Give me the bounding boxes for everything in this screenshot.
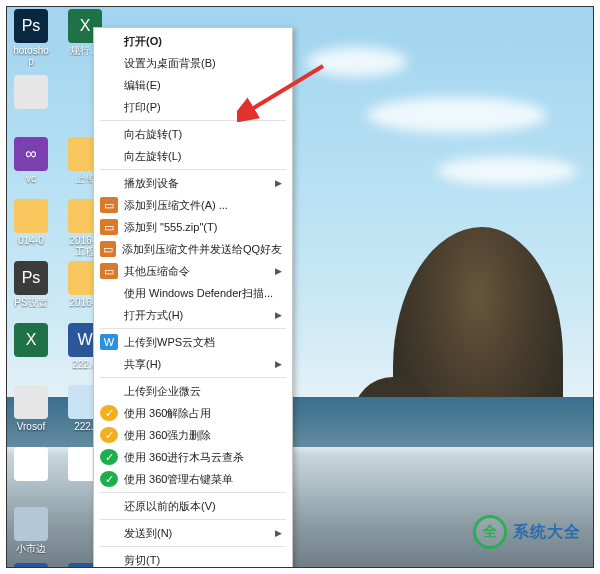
menu-item-label: 打开(O) xyxy=(124,34,162,49)
menu-item[interactable]: ✓使用 360管理右键菜单 xyxy=(94,468,292,490)
menu-item[interactable]: ▭添加到压缩文件(A) ... xyxy=(94,194,292,216)
menu-item[interactable]: 打开(O) xyxy=(94,30,292,52)
menu-item[interactable]: 发送到(N)▶ xyxy=(94,522,292,544)
blank-icon xyxy=(100,285,118,301)
menu-item[interactable]: W上传到WPS云文档 xyxy=(94,331,292,353)
desktop-icon-label: PS设置 xyxy=(11,297,51,308)
menu-item-label: 添加到 "555.zip"(T) xyxy=(124,220,217,235)
menu-item[interactable]: ✓使用 360强力删除 xyxy=(94,424,292,446)
desktop-icon-label: 小市边 xyxy=(11,543,51,554)
menu-item[interactable]: 打开方式(H)▶ xyxy=(94,304,292,326)
desktop-icon-glyph xyxy=(14,199,48,233)
desktop-icon-glyph xyxy=(14,507,48,541)
blank-icon xyxy=(100,77,118,93)
menu-separator xyxy=(100,377,286,378)
watermark-logo-text: 系统大全 xyxy=(513,522,581,543)
360g-icon: ✓ xyxy=(100,449,118,465)
menu-item[interactable]: ▭其他压缩命令▶ xyxy=(94,260,292,282)
menu-item[interactable]: ▭添加到 "555.zip"(T) xyxy=(94,216,292,238)
menu-item[interactable]: ✓使用 360解除占用 xyxy=(94,402,292,424)
desktop-icon-xlsx-2[interactable]: X xyxy=(11,323,51,359)
blank-icon xyxy=(100,33,118,49)
menu-item[interactable]: 使用 Windows Defender扫描... xyxy=(94,282,292,304)
menu-item[interactable]: 编辑(E) xyxy=(94,74,292,96)
menu-item[interactable]: 剪切(T) xyxy=(94,549,292,568)
menu-item[interactable]: 打印(P) xyxy=(94,96,292,118)
wps-icon: W xyxy=(100,334,118,350)
menu-item[interactable]: 上传到企业微云 xyxy=(94,380,292,402)
desktop-icon-label: hotoshop xyxy=(11,45,51,67)
menu-item-label: 使用 360解除占用 xyxy=(124,406,211,421)
menu-item-label: 打开方式(H) xyxy=(124,308,183,323)
menu-item-label: 打印(P) xyxy=(124,100,161,115)
zip-icon: ▭ xyxy=(100,241,116,257)
menu-separator xyxy=(100,169,286,170)
desktop-icon-glyph: Ps xyxy=(14,261,48,295)
watermark-logo-icon: 全 xyxy=(473,515,507,549)
blank-icon xyxy=(100,99,118,115)
desktop-icon-ps-prefs[interactable]: PsPS设置 xyxy=(11,261,51,308)
360g-icon: ✓ xyxy=(100,471,118,487)
blank-icon xyxy=(100,55,118,71)
desktop-icon-glyph: X xyxy=(14,323,48,357)
desktop-icon-glyph: Ps xyxy=(14,9,48,43)
menu-item-label: 还原以前的版本(V) xyxy=(124,499,216,514)
menu-item[interactable]: 向右旋转(T) xyxy=(94,123,292,145)
menu-item-label: 编辑(E) xyxy=(124,78,161,93)
menu-item[interactable]: 设置为桌面背景(B) xyxy=(94,52,292,74)
desktop-icon-folder-2[interactable]: 014-0 xyxy=(11,199,51,246)
desktop-icon-file-2[interactable]: Vrosof xyxy=(11,385,51,432)
menu-separator xyxy=(100,120,286,121)
menu-item[interactable]: ▭添加到压缩文件并发送给QQ好友 xyxy=(94,238,292,260)
submenu-arrow-icon: ▶ xyxy=(275,359,282,369)
zip-icon: ▭ xyxy=(100,197,118,213)
watermark-logo: 全 系统大全 xyxy=(473,515,581,549)
zip-icon: ▭ xyxy=(100,263,118,279)
360y-icon: ✓ xyxy=(100,427,118,443)
desktop-icon-sel-1[interactable] xyxy=(11,447,51,483)
menu-item-label: 上传到WPS云文档 xyxy=(124,335,215,350)
desktop-icon-label: Vrosof xyxy=(11,421,51,432)
desktop-icon-file-1[interactable] xyxy=(11,75,51,111)
menu-item-label: 向右旋转(T) xyxy=(124,127,182,142)
submenu-arrow-icon: ▶ xyxy=(275,528,282,538)
blank-icon xyxy=(100,498,118,514)
360y-icon: ✓ xyxy=(100,405,118,421)
menu-item[interactable]: 共享(H)▶ xyxy=(94,353,292,375)
menu-separator xyxy=(100,546,286,547)
desktop-icon-photoshop[interactable]: Pshotoshop xyxy=(11,9,51,67)
desktop-icon-glyph xyxy=(14,447,48,481)
menu-item-label: 剪切(T) xyxy=(124,553,160,568)
menu-separator xyxy=(100,492,286,493)
desktop-icon-label: vc xyxy=(11,173,51,184)
blank-icon xyxy=(100,356,118,372)
desktop-icon-glyph: ∞ xyxy=(14,137,48,171)
screenshot-frame: PshotoshopX规行…∞vc上传014-02016-0工程PsPS设置20… xyxy=(6,6,594,568)
menu-item[interactable]: 向左旋转(L) xyxy=(94,145,292,167)
desktop-icon-docx-3[interactable]: W xyxy=(11,563,51,568)
menu-item-label: 向左旋转(L) xyxy=(124,149,181,164)
menu-item-label: 添加到压缩文件(A) ... xyxy=(124,198,228,213)
desktop-icon-glyph xyxy=(14,75,48,109)
blank-icon xyxy=(100,552,118,568)
menu-separator xyxy=(100,328,286,329)
desktop-icon-glyph xyxy=(14,385,48,419)
desktop-icon-vc[interactable]: ∞vc xyxy=(11,137,51,184)
menu-item[interactable]: 还原以前的版本(V) xyxy=(94,495,292,517)
menu-item-label: 添加到压缩文件并发送给QQ好友 xyxy=(122,242,282,257)
desktop-icon-huihua[interactable]: 小市边 xyxy=(11,507,51,554)
blank-icon xyxy=(100,383,118,399)
desktop-icon-glyph: W xyxy=(14,563,48,568)
menu-item-label: 其他压缩命令 xyxy=(124,264,190,279)
menu-separator xyxy=(100,519,286,520)
context-menu[interactable]: 打开(O)设置为桌面背景(B)编辑(E)打印(P)向右旋转(T)向左旋转(L)播… xyxy=(93,27,293,568)
menu-item-label: 设置为桌面背景(B) xyxy=(124,56,216,71)
menu-item-label: 共享(H) xyxy=(124,357,161,372)
menu-item[interactable]: ✓使用 360进行木马云查杀 xyxy=(94,446,292,468)
menu-item[interactable]: 播放到设备▶ xyxy=(94,172,292,194)
menu-item-label: 使用 360管理右键菜单 xyxy=(124,472,233,487)
zip-icon: ▭ xyxy=(100,219,118,235)
blank-icon xyxy=(100,148,118,164)
blank-icon xyxy=(100,307,118,323)
blank-icon xyxy=(100,126,118,142)
